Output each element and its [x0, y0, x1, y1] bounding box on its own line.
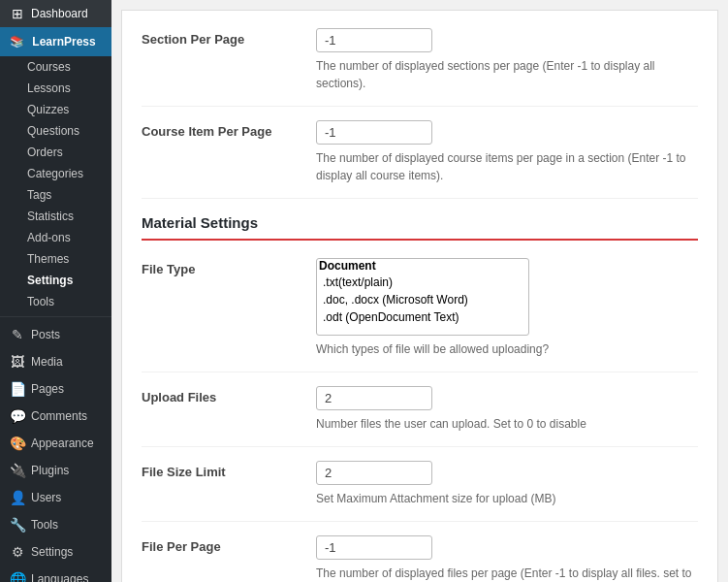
file-size-control: Set Maximum Attachment size for upload (… [316, 461, 698, 507]
settings-content: Section Per Page The number of displayed… [121, 10, 718, 582]
users-icon: 👤 [10, 490, 25, 505]
file-type-desc: Which types of file will be allowed uplo… [316, 340, 698, 358]
odt-option[interactable]: .odt (OpenDocument Text) [317, 308, 528, 326]
sidebar-item-themes[interactable]: Themes [0, 248, 111, 270]
settings-icon: ⚙ [10, 544, 25, 560]
pages-icon: 📄 [10, 381, 25, 397]
file-type-label: File Type [142, 258, 297, 276]
sidebar-item-tags[interactable]: Tags [0, 184, 111, 206]
sidebar-item-dashboard[interactable]: ⊞ Dashboard [0, 0, 111, 27]
course-item-input[interactable] [316, 120, 432, 145]
file-per-page-desc: The number of displayed files per page (… [316, 565, 698, 582]
upload-files-label: Upload Files [142, 386, 297, 404]
sidebar-item-courses[interactable]: Courses [0, 56, 111, 78]
sidebar-item-label: Users [31, 491, 61, 504]
sidebar-item-wp-settings[interactable]: ⚙ Settings [0, 538, 111, 566]
upload-files-desc: Number files the user can upload. Set to… [316, 415, 698, 433]
file-size-input[interactable] [316, 461, 432, 485]
txt-option[interactable]: .txt(text/plain) [317, 274, 528, 291]
upload-files-control: Number files the user can upload. Set to… [316, 386, 698, 433]
sidebar-item-questions[interactable]: Questions [0, 120, 111, 142]
media-icon: 🖼 [10, 354, 25, 370]
file-per-page-row: File Per Page The number of displayed fi… [142, 522, 698, 582]
sidebar-item-appearance[interactable]: 🎨 Appearance [0, 430, 111, 457]
section-per-page-control: The number of displayed sections per pag… [316, 28, 698, 92]
sidebar-item-settings[interactable]: Settings [0, 270, 111, 291]
section-per-page-label: Section Per Page [142, 28, 297, 47]
plugins-icon: 🔌 [10, 463, 25, 478]
sidebar-item-label: Settings [31, 545, 73, 559]
learnpress-menu-header: 📚 LearnPress [0, 27, 111, 56]
course-item-per-page-row: Course Item Per Page The number of displ… [142, 107, 698, 199]
tools-icon: 🔧 [10, 517, 25, 533]
sidebar-item-label: Tools [31, 518, 58, 532]
sidebar-item-tools[interactable]: Tools [0, 291, 111, 312]
sidebar-item-languages[interactable]: 🌐 Languages [0, 566, 111, 582]
posts-icon: ✎ [10, 327, 25, 342]
file-size-desc: Set Maximum Attachment size for upload (… [316, 490, 698, 507]
sidebar-item-label: Dashboard [31, 7, 88, 20]
sidebar-item-users[interactable]: 👤 Users [0, 484, 111, 511]
dashboard-icon: ⊞ [10, 6, 25, 21]
appearance-icon: 🎨 [10, 436, 25, 451]
main-content: Section Per Page The number of displayed… [111, 0, 728, 582]
sidebar-item-lessons[interactable]: Lessons [0, 78, 111, 99]
sidebar-item-quizzes[interactable]: Quizzes [0, 99, 111, 120]
course-item-desc: The number of displayed course items per… [316, 149, 698, 184]
sidebar-item-label: Posts [31, 328, 60, 341]
sidebar-item-pages[interactable]: 📄 Pages [0, 375, 111, 403]
section-per-page-input[interactable] [316, 28, 432, 52]
file-per-page-input[interactable] [316, 535, 432, 560]
file-type-row: File Type .txt(text/plain) .doc, .docx (… [142, 244, 698, 372]
upload-files-input[interactable] [316, 386, 432, 410]
course-item-control: The number of displayed course items per… [316, 120, 698, 184]
file-per-page-control: The number of displayed files per page (… [316, 535, 698, 582]
comments-icon: 💬 [10, 408, 25, 424]
file-type-control: .txt(text/plain) .doc, .docx (Microsoft … [316, 258, 698, 358]
file-size-row: File Size Limit Set Maximum Attachment s… [142, 447, 698, 522]
material-settings-heading: Material Settings [142, 199, 698, 241]
file-type-select[interactable]: .txt(text/plain) .doc, .docx (Microsoft … [316, 258, 529, 336]
sidebar-item-orders[interactable]: Orders [0, 142, 111, 163]
section-per-page-desc: The number of displayed sections per pag… [316, 57, 698, 92]
sidebar-item-plugins[interactable]: 🔌 Plugins [0, 457, 111, 484]
sidebar-item-label: Comments [31, 409, 87, 423]
sidebar-divider-1 [0, 316, 111, 317]
sidebar-item-label: Plugins [31, 464, 69, 477]
section-per-page-row: Section Per Page The number of displayed… [142, 15, 698, 107]
sidebar-item-comments[interactable]: 💬 Comments [0, 403, 111, 430]
sidebar-item-label: Languages [31, 572, 88, 582]
course-item-label: Course Item Per Page [142, 120, 297, 139]
sidebar-item-addons[interactable]: Add-ons [0, 227, 111, 248]
sidebar-item-posts[interactable]: ✎ Posts [0, 321, 111, 348]
learnpress-submenu: Courses Lessons Quizzes Questions Orders… [0, 56, 111, 312]
doc-option[interactable]: .doc, .docx (Microsoft Word) [317, 291, 528, 308]
sidebar-item-label: Appearance [31, 436, 94, 450]
sidebar: ⊞ Dashboard 📚 LearnPress Courses Lessons… [0, 0, 111, 582]
sidebar-item-label: Pages [31, 382, 64, 396]
file-size-label: File Size Limit [142, 461, 297, 479]
learnpress-icon: 📚 [10, 35, 24, 48]
document-group: .txt(text/plain) .doc, .docx (Microsoft … [317, 259, 528, 326]
sidebar-item-tools[interactable]: 🔧 Tools [0, 511, 111, 538]
sidebar-item-media[interactable]: 🖼 Media [0, 348, 111, 375]
sidebar-item-categories[interactable]: Categories [0, 163, 111, 184]
file-per-page-label: File Per Page [142, 535, 297, 554]
sidebar-item-label: Media [31, 355, 63, 369]
sidebar-item-statistics[interactable]: Statistics [0, 206, 111, 227]
languages-icon: 🌐 [10, 571, 25, 582]
upload-files-row: Upload Files Number files the user can u… [142, 372, 698, 447]
